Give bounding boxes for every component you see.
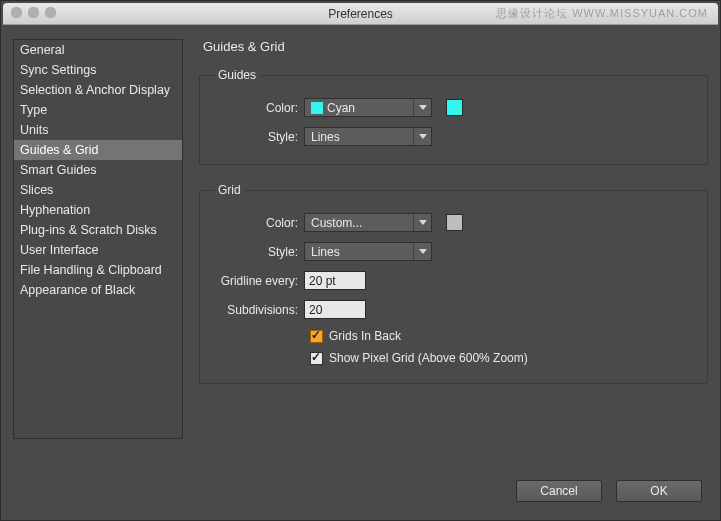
grids-in-back-checkbox[interactable] [310, 330, 323, 343]
guides-style-dropdown[interactable]: Lines [304, 127, 432, 146]
sidebar-item-selection-anchor[interactable]: Selection & Anchor Display [14, 80, 182, 100]
traffic-minimize[interactable] [28, 7, 39, 18]
grid-color-label: Color: [214, 216, 304, 230]
traffic-close[interactable] [11, 7, 22, 18]
grid-color-value: Custom... [311, 216, 362, 230]
grid-group: Grid Color: Custom... Style: Lines [199, 183, 708, 384]
sidebar-item-file-handling[interactable]: File Handling & Clipboard [14, 260, 182, 280]
subdivisions-input[interactable] [304, 300, 366, 319]
grid-style-dropdown[interactable]: Lines [304, 242, 432, 261]
sidebar-item-plugins-scratch[interactable]: Plug-ins & Scratch Disks [14, 220, 182, 240]
guides-group: Guides Color: Cyan Style: Lines [199, 68, 708, 165]
window-title: Preferences [328, 7, 393, 21]
grid-color-swatch[interactable] [446, 214, 463, 231]
grid-style-value: Lines [311, 245, 340, 259]
grids-in-back-label: Grids In Back [329, 329, 401, 343]
sidebar-item-sync-settings[interactable]: Sync Settings [14, 60, 182, 80]
sidebar-item-smart-guides[interactable]: Smart Guides [14, 160, 182, 180]
guides-color-dropdown[interactable]: Cyan [304, 98, 432, 117]
subdivisions-label: Subdivisions: [214, 303, 304, 317]
show-pixel-grid-checkbox[interactable] [310, 352, 323, 365]
page-title: Guides & Grid [203, 39, 708, 54]
guides-color-chip-icon [311, 102, 323, 114]
traffic-zoom[interactable] [45, 7, 56, 18]
sidebar-item-units[interactable]: Units [14, 120, 182, 140]
grid-legend: Grid [214, 183, 245, 197]
chevron-down-icon [413, 128, 431, 145]
chevron-down-icon [413, 243, 431, 260]
sidebar-item-appearance-black[interactable]: Appearance of Black [14, 280, 182, 300]
guides-color-value: Cyan [327, 101, 355, 115]
sidebar-item-general[interactable]: General [14, 40, 182, 60]
grid-color-dropdown[interactable]: Custom... [304, 213, 432, 232]
guides-style-value: Lines [311, 130, 340, 144]
sidebar: General Sync Settings Selection & Anchor… [13, 39, 183, 439]
chevron-down-icon [413, 99, 431, 116]
show-pixel-grid-label: Show Pixel Grid (Above 600% Zoom) [329, 351, 528, 365]
preferences-window: Preferences 思缘设计论坛 WWW.MISSYUAN.COM Gene… [0, 0, 721, 521]
gridline-every-label: Gridline every: [214, 274, 304, 288]
dialog-footer: Cancel OK [516, 480, 702, 502]
titlebar: Preferences 思缘设计论坛 WWW.MISSYUAN.COM [3, 3, 718, 25]
chevron-down-icon [413, 214, 431, 231]
sidebar-item-hyphenation[interactable]: Hyphenation [14, 200, 182, 220]
watermark: 思缘设计论坛 WWW.MISSYUAN.COM [496, 6, 708, 21]
gridline-every-input[interactable] [304, 271, 366, 290]
main-panel: Guides & Grid Guides Color: Cyan Style: … [199, 39, 708, 512]
window-controls [11, 7, 56, 18]
guides-legend: Guides [214, 68, 260, 82]
guides-color-label: Color: [214, 101, 304, 115]
ok-button[interactable]: OK [616, 480, 702, 502]
sidebar-item-type[interactable]: Type [14, 100, 182, 120]
guides-color-swatch[interactable] [446, 99, 463, 116]
sidebar-item-guides-grid[interactable]: Guides & Grid [14, 140, 182, 160]
dialog-body: General Sync Settings Selection & Anchor… [1, 25, 720, 520]
sidebar-item-user-interface[interactable]: User Interface [14, 240, 182, 260]
cancel-button[interactable]: Cancel [516, 480, 602, 502]
grid-style-label: Style: [214, 245, 304, 259]
sidebar-item-slices[interactable]: Slices [14, 180, 182, 200]
guides-style-label: Style: [214, 130, 304, 144]
